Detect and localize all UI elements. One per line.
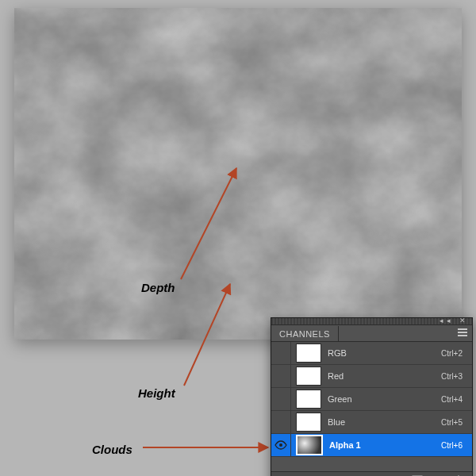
annotation-clouds: Clouds — [92, 443, 132, 456]
channel-name: RGB — [326, 348, 441, 358]
panel-footer — [271, 471, 472, 476]
channel-thumbnail — [296, 435, 323, 455]
channel-thumbnail — [296, 413, 321, 432]
clouds-image — [14, 8, 462, 340]
svg-point-4 — [279, 443, 282, 447]
channel-name: Green — [326, 394, 441, 404]
tab-channels[interactable]: CHANNELS — [271, 326, 339, 341]
channel-shortcut: Ctrl+6 — [441, 441, 469, 450]
channel-name: Alpha 1 — [328, 440, 441, 450]
channel-shortcut: Ctrl+3 — [441, 372, 469, 381]
channel-thumbnail — [296, 367, 321, 386]
annotation-height: Height — [138, 386, 175, 400]
visibility-toggle[interactable] — [271, 411, 291, 433]
channel-list: RGBCtrl+2RedCtrl+3GreenCtrl+4BlueCtrl+5A… — [271, 342, 472, 457]
channel-row-green[interactable]: GreenCtrl+4 — [271, 388, 472, 411]
channel-thumbnail — [296, 344, 321, 363]
visibility-toggle[interactable] — [271, 388, 291, 410]
channels-panel: ◂◂ ✕ CHANNELS RGBCtrl+2RedCtrl+3GreenCtr… — [271, 317, 473, 476]
panel-menu-icon[interactable] — [453, 328, 472, 338]
channel-list-empty-area — [271, 457, 472, 471]
visibility-toggle[interactable] — [271, 342, 291, 364]
visibility-toggle[interactable] — [271, 434, 291, 456]
channel-shortcut: Ctrl+2 — [441, 349, 469, 358]
channel-name: Red — [326, 371, 441, 381]
channel-shortcut: Ctrl+4 — [441, 395, 469, 404]
channel-row-alpha-1[interactable]: Alpha 1Ctrl+6 — [271, 434, 472, 457]
channel-shortcut: Ctrl+5 — [441, 418, 469, 427]
tab-channels-label: CHANNELS — [279, 329, 330, 339]
panel-collapse-icon[interactable]: ◂◂ — [440, 317, 454, 324]
panel-drag-bar[interactable]: ◂◂ ✕ — [271, 318, 472, 325]
channel-row-blue[interactable]: BlueCtrl+5 — [271, 411, 472, 434]
channel-row-red[interactable]: RedCtrl+3 — [271, 365, 472, 388]
visibility-toggle[interactable] — [271, 365, 291, 387]
canvas-preview — [14, 8, 462, 340]
svg-rect-0 — [14, 8, 462, 340]
annotation-depth: Depth — [141, 281, 175, 294]
channel-name: Blue — [326, 417, 441, 427]
channel-row-rgb[interactable]: RGBCtrl+2 — [271, 342, 472, 365]
channel-thumbnail — [296, 390, 321, 409]
panel-close-icon[interactable]: ✕ — [459, 317, 469, 324]
panel-tabs: CHANNELS — [271, 325, 472, 342]
